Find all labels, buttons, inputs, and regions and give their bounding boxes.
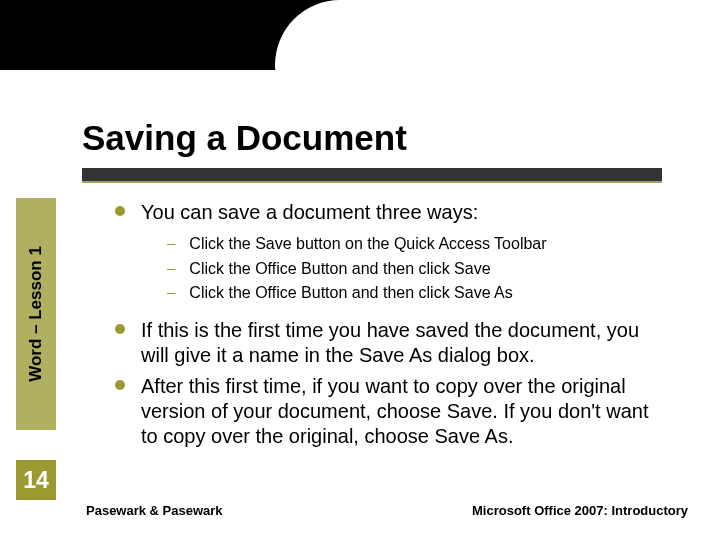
sub-bullet-text: Click the Save button on the Quick Acces… (189, 233, 546, 255)
bullet-level2: – Click the Office Button and then click… (167, 282, 663, 304)
bullet-dash-icon: – (167, 282, 175, 304)
bullet-level1: If this is the first time you have saved… (115, 318, 663, 368)
footer-author: Pasewark & Pasewark (86, 503, 223, 518)
page-number-badge: 14 (16, 460, 56, 500)
bullet-level1: You can save a document three ways: (115, 200, 663, 225)
bullet-dot-icon (115, 380, 125, 390)
page-number: 14 (23, 467, 49, 494)
bullet-level2: – Click the Save button on the Quick Acc… (167, 233, 663, 255)
bullet-dot-icon (115, 324, 125, 334)
bullet-dot-icon (115, 206, 125, 216)
sub-bullet-group: – Click the Save button on the Quick Acc… (167, 233, 663, 304)
sub-bullet-text: Click the Office Button and then click S… (189, 282, 512, 304)
bullet-dash-icon: – (167, 258, 175, 280)
bullet-dash-icon: – (167, 233, 175, 255)
sidebar-label: Word – Lesson 1 (26, 246, 46, 382)
slide-title: Saving a Document (82, 118, 407, 158)
sub-bullet-text: Click the Office Button and then click S… (189, 258, 490, 280)
slide-body: You can save a document three ways: – Cl… (115, 200, 663, 455)
bullet-text: If this is the first time you have saved… (141, 318, 663, 368)
corner-curve (275, 0, 405, 130)
footer-book-title: Microsoft Office 2007: Introductory (472, 503, 688, 518)
bullet-level2: – Click the Office Button and then click… (167, 258, 663, 280)
bullet-text: After this first time, if you want to co… (141, 374, 663, 449)
title-underline-olive (82, 181, 662, 183)
bullet-text: You can save a document three ways: (141, 200, 478, 225)
sidebar-lesson-badge: Word – Lesson 1 (16, 198, 56, 430)
bullet-level1: After this first time, if you want to co… (115, 374, 663, 449)
title-underline-dark (82, 168, 662, 181)
